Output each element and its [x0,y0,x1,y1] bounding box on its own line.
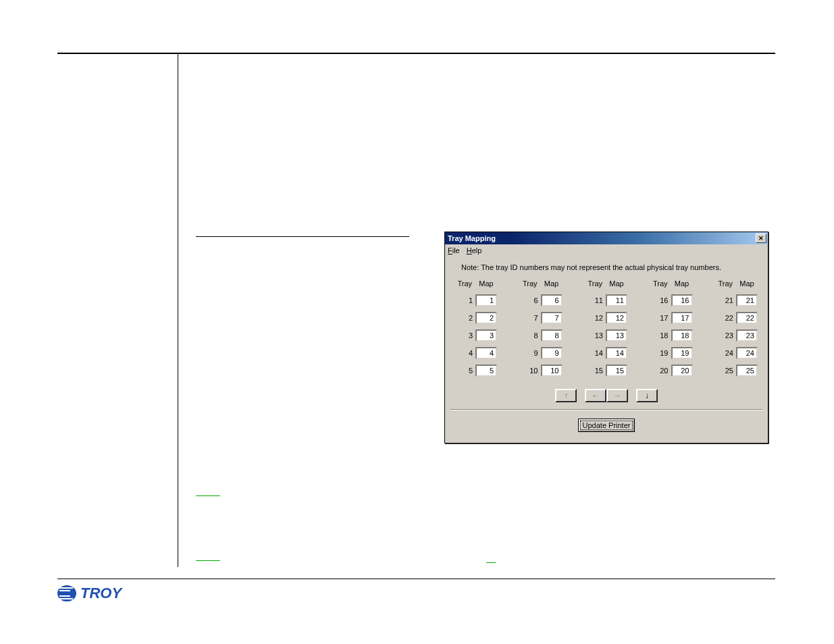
arrow-right-icon: → [613,391,621,400]
col-head-tray: Tray [650,279,671,288]
tray-label: 25 [715,367,734,375]
nav-left-button[interactable]: ← [585,389,606,402]
tray-label: 12 [585,314,604,322]
page-bottom-rule [57,579,775,579]
map-input-19[interactable] [671,347,693,359]
map-input-9[interactable] [541,347,563,359]
map-input-10[interactable] [541,365,563,377]
tray-label: 23 [715,331,734,340]
map-input-3[interactable] [475,329,497,342]
menu-help[interactable]: Help [467,246,482,254]
dialog-menubar: File Help [445,244,768,257]
map-input-1[interactable] [475,294,497,306]
close-button[interactable]: ✕ [756,234,766,243]
page-vertical-rule [178,54,178,567]
map-input-25[interactable] [736,365,758,377]
col-head-map: Map [735,279,758,288]
nav-row: ↑ ← → ↓ [445,386,768,409]
col-head-tray: Tray [585,279,605,288]
tray-label: 14 [585,349,604,357]
map-input-4[interactable] [475,347,497,359]
tray-grid: Tray Map 1 2 3 4 5 Tray Map 6 7 8 9 10 T… [445,277,768,386]
map-input-21[interactable] [736,294,758,306]
map-input-14[interactable] [606,347,627,359]
dialog-titlebar: Tray Mapping ✕ [445,232,768,244]
map-input-22[interactable] [736,312,758,324]
tray-row: 17 [650,309,694,327]
tray-row: 24 [715,344,758,362]
map-input-8[interactable] [541,329,563,342]
tray-label: 4 [454,349,473,357]
nav-left-right: ← → [585,389,628,402]
troy-logo: TROY [57,585,122,602]
tray-label: 2 [454,314,473,322]
tray-row: 22 [715,309,758,327]
nav-up-button[interactable]: ↑ [555,389,577,402]
arrow-up-icon: ↑ [564,391,568,400]
tray-row: 8 [520,327,563,344]
col-head: Tray Map [715,279,758,288]
tray-label: 19 [650,349,669,357]
troy-logo-icon [57,585,76,601]
col-head-tray: Tray [715,279,735,288]
tray-row: 2 [454,309,498,327]
tray-row: 11 [585,292,628,309]
col-head: Tray Map [520,279,563,288]
tray-label: 3 [454,331,473,340]
col-head-map: Map [605,279,628,288]
col-head: Tray Map [585,279,628,288]
map-input-2[interactable] [475,312,497,324]
tray-row: 21 [715,292,758,309]
tray-row: 6 [520,292,563,309]
page-top-rule [57,53,775,54]
col-head-map: Map [540,279,563,288]
green-dash-3 [486,562,496,563]
tray-col-2: Tray Map 6 7 8 9 10 [520,279,563,379]
tray-label: 17 [650,314,669,322]
map-input-15[interactable] [606,365,627,377]
tray-mapping-dialog: Tray Mapping ✕ File Help Note: The tray … [444,232,768,444]
dialog-note: Note: The tray ID numbers may not repres… [445,257,768,277]
tray-label: 20 [650,367,669,375]
map-input-20[interactable] [671,365,693,377]
tray-label: 8 [520,331,539,340]
update-printer-button[interactable]: Update Printer [578,419,635,432]
map-input-16[interactable] [671,294,693,306]
tray-row: 14 [585,344,628,362]
map-input-23[interactable] [736,329,758,342]
col-head: Tray Map [454,279,498,288]
tray-label: 7 [520,314,539,322]
map-input-5[interactable] [475,365,497,377]
tray-row: 4 [454,344,498,362]
tray-col-1: Tray Map 1 2 3 4 5 [454,279,498,379]
tray-row: 18 [650,327,694,344]
map-input-12[interactable] [606,312,627,324]
tray-label: 18 [650,331,669,340]
map-input-7[interactable] [541,312,563,324]
tray-row: 20 [650,362,694,379]
close-icon: ✕ [758,236,764,242]
tray-label: 9 [520,349,539,357]
tray-label: 21 [715,296,734,304]
tray-label: 10 [520,367,539,375]
tray-row: 12 [585,309,628,327]
tray-row: 3 [454,327,498,344]
tray-row: 15 [585,362,628,379]
green-dash-1 [196,495,220,496]
col-head-map: Map [475,279,498,288]
map-input-18[interactable] [671,329,693,342]
tray-label: 6 [520,296,539,304]
tray-row: 7 [520,309,563,327]
map-input-17[interactable] [671,312,693,324]
map-input-6[interactable] [541,294,563,306]
tray-col-4: Tray Map 16 17 18 19 20 [650,279,694,379]
nav-right-button[interactable]: → [606,389,628,402]
tray-label: 13 [585,331,604,340]
arrow-down-icon: ↓ [645,391,649,400]
menu-file[interactable]: File [448,246,460,254]
map-input-11[interactable] [606,294,627,306]
map-input-13[interactable] [606,329,627,342]
map-input-24[interactable] [736,347,758,359]
tray-col-5: Tray Map 21 22 23 24 25 [715,279,758,379]
nav-down-button[interactable]: ↓ [636,389,658,402]
